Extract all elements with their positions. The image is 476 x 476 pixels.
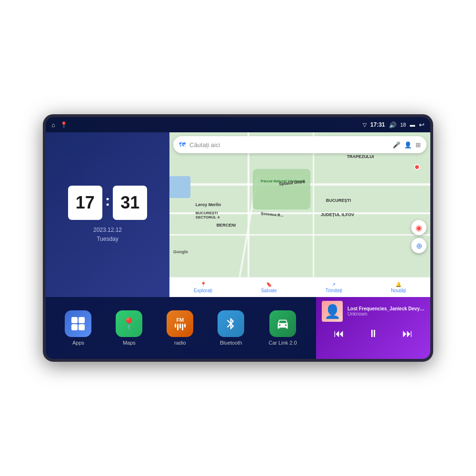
home-icon[interactable]: ⌂ bbox=[51, 121, 55, 129]
map-label-berceni: BERCENI bbox=[217, 223, 236, 228]
explore-icon: 📍 bbox=[200, 282, 206, 287]
map-search-placeholder[interactable]: Căutați aici bbox=[189, 141, 389, 149]
next-button[interactable]: ⏭ bbox=[398, 327, 416, 341]
radio-bar bbox=[179, 324, 181, 328]
bluetooth-icon bbox=[218, 310, 244, 337]
radio-icon-inner: FM bbox=[175, 317, 186, 330]
carlink-label: Car Link 2.0 bbox=[268, 340, 297, 346]
map-road bbox=[169, 234, 430, 236]
radio-bar bbox=[177, 324, 178, 330]
clock-date: 2023.12.12 Tuesday bbox=[93, 226, 122, 244]
music-controls: ⏮ ⏸ ⏭ bbox=[322, 325, 425, 343]
saved-icon: 🔖 bbox=[266, 282, 272, 287]
grid-dot bbox=[79, 317, 85, 323]
carlink-svg bbox=[276, 317, 289, 330]
nav-label-trimiteti: Trimiteți bbox=[326, 288, 342, 293]
volume-level: 18 bbox=[400, 122, 406, 128]
music-info: 👤 Lost Frequencies_Janieck Devy-... Unkn… bbox=[322, 301, 425, 322]
fm-text: FM bbox=[176, 317, 184, 323]
app-item-carlink[interactable]: Car Link 2.0 bbox=[268, 310, 297, 346]
account-icon[interactable]: 👤 bbox=[404, 141, 412, 149]
carlink-icon bbox=[269, 310, 296, 337]
map-search-bar[interactable]: 🗺 Căutați aici 🎤 👤 ⊞ bbox=[173, 136, 426, 153]
grid-dot bbox=[79, 324, 85, 330]
radio-bars bbox=[175, 324, 186, 330]
app-launcher: Apps 📍 Maps FM bbox=[46, 297, 316, 359]
nav-trimiteti[interactable]: ↗ Trimiteți bbox=[326, 282, 342, 293]
nav-explorați[interactable]: 📍 Explorați bbox=[194, 282, 212, 293]
news-icon: 🔔 bbox=[396, 282, 401, 287]
clock-hour: 17 bbox=[68, 186, 102, 220]
app-item-maps[interactable]: 📍 Maps bbox=[116, 310, 142, 346]
nav-label-explorați: Explorați bbox=[194, 288, 212, 293]
map-location-pin bbox=[414, 164, 420, 170]
album-art: 👤 bbox=[322, 301, 343, 322]
clock-minute: 31 bbox=[113, 186, 147, 220]
bottom-section: Apps 📍 Maps FM bbox=[46, 297, 430, 359]
google-logo: Google bbox=[173, 249, 188, 254]
map-background: TRAPEZULUI BUCUREȘTI JUDEȚUL ILFOV BERCE… bbox=[169, 132, 430, 278]
clock-display: 17 : 31 bbox=[68, 186, 148, 220]
date-text: 2023.12.12 bbox=[93, 226, 122, 235]
status-left-icons: ⌂ 📍 bbox=[51, 121, 68, 129]
play-pause-button[interactable]: ⏸ bbox=[364, 327, 382, 341]
apps-icon bbox=[65, 310, 91, 337]
app-item-bluetooth[interactable]: Bluetooth bbox=[218, 310, 244, 346]
nav-label-salvate: Salvate bbox=[261, 288, 277, 293]
my-location-button[interactable]: ⊕ bbox=[411, 238, 426, 253]
apps-grid-icon bbox=[71, 317, 85, 330]
status-right-info: ▽ 17:31 🔊 18 ▬ ↩ bbox=[363, 121, 425, 129]
status-bar: ⌂ 📍 ▽ 17:31 🔊 18 ▬ ↩ bbox=[46, 117, 430, 132]
map-label-bucuresti: BUCUREȘTI bbox=[326, 198, 351, 203]
bluetooth-svg bbox=[224, 317, 238, 330]
map-label-leroy: Leroy Merlin bbox=[196, 202, 221, 207]
clock-separator: : bbox=[105, 192, 110, 209]
radio-label: radio bbox=[174, 340, 186, 346]
previous-button[interactable]: ⏮ bbox=[330, 327, 348, 341]
location-pin-icon[interactable]: 📍 bbox=[60, 121, 68, 129]
battery-icon: ▬ bbox=[410, 122, 415, 128]
back-button[interactable]: ↩ bbox=[419, 121, 425, 129]
app-item-apps[interactable]: Apps bbox=[65, 310, 91, 346]
volume-icon[interactable]: 🔊 bbox=[389, 121, 397, 129]
main-content: 17 : 31 2023.12.12 Tuesday 🗺 Căutați aic… bbox=[46, 132, 430, 359]
microphone-icon[interactable]: 🎤 bbox=[393, 141, 400, 149]
clock-panel: 17 : 31 2023.12.12 Tuesday bbox=[46, 132, 169, 297]
layers-icon[interactable]: ⊞ bbox=[416, 141, 421, 149]
radio-bar bbox=[175, 324, 176, 327]
screen: ⌂ 📍 ▽ 17:31 🔊 18 ▬ ↩ 17 : bbox=[46, 117, 430, 359]
map-road bbox=[313, 132, 314, 278]
top-section: 17 : 31 2023.12.12 Tuesday 🗺 Căutați aic… bbox=[46, 132, 430, 297]
maps-icon: 📍 bbox=[116, 310, 142, 337]
radio-icon: FM bbox=[167, 310, 193, 337]
map-pin-icon: 📍 bbox=[122, 317, 136, 330]
share-icon: ↗ bbox=[332, 282, 336, 287]
music-artist: Unknown bbox=[347, 311, 425, 317]
grid-dot bbox=[71, 317, 78, 323]
nav-salvate[interactable]: 🔖 Salvate bbox=[261, 282, 277, 293]
maps-label: Maps bbox=[123, 340, 136, 346]
album-art-image: 👤 bbox=[324, 304, 341, 319]
compass-button[interactable]: ◉ bbox=[411, 220, 426, 235]
app-item-radio[interactable]: FM radio bbox=[167, 310, 193, 346]
apps-label: Apps bbox=[72, 340, 84, 346]
compass-icon: ◉ bbox=[416, 223, 422, 232]
map-panel[interactable]: 🗺 Căutați aici 🎤 👤 ⊞ bbox=[169, 132, 430, 297]
radio-bar bbox=[182, 324, 183, 330]
music-text: Lost Frequencies_Janieck Devy-... Unknow… bbox=[347, 306, 425, 317]
nav-label-noutati: Noutăți bbox=[391, 288, 406, 293]
music-player: 👤 Lost Frequencies_Janieck Devy-... Unkn… bbox=[316, 297, 430, 359]
map-label-ilfov: JUDEȚUL ILFOV bbox=[321, 212, 354, 217]
map-park bbox=[253, 169, 310, 210]
map-road bbox=[248, 132, 249, 278]
google-maps-icon: 🗺 bbox=[179, 141, 186, 149]
map-bottom-nav: 📍 Explorați 🔖 Salvate ↗ Trimiteți 🔔 bbox=[169, 277, 430, 297]
status-time: 17:31 bbox=[370, 121, 385, 128]
map-label-sector4: BUCUREȘTISECTORUL 4 bbox=[196, 211, 219, 219]
map-water bbox=[169, 176, 190, 198]
nav-noutati[interactable]: 🔔 Noutăți bbox=[391, 282, 406, 293]
music-title: Lost Frequencies_Janieck Devy-... bbox=[347, 306, 425, 311]
grid-dot bbox=[71, 324, 78, 330]
radio-bar bbox=[184, 324, 186, 327]
crosshair-icon: ⊕ bbox=[416, 241, 422, 250]
